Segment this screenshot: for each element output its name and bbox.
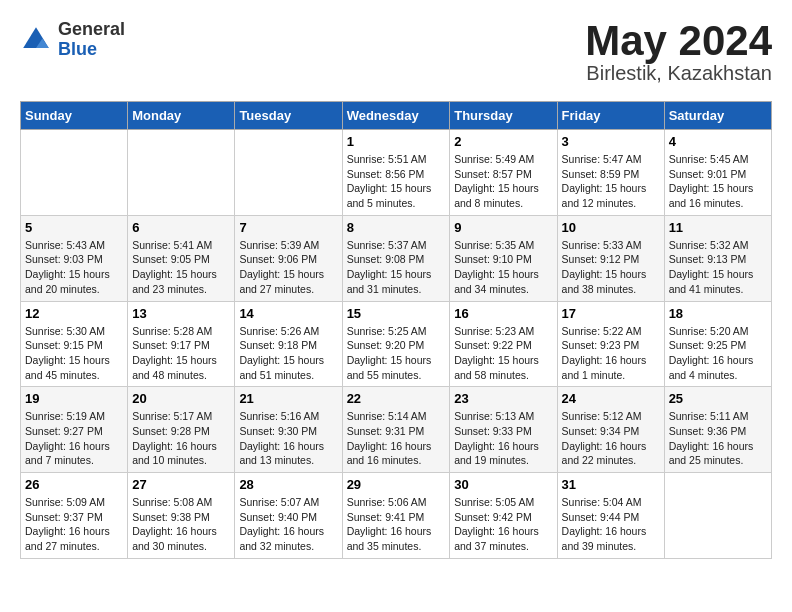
calendar-cell: 8Sunrise: 5:37 AM Sunset: 9:08 PM Daylig…: [342, 215, 450, 301]
col-header-sunday: Sunday: [21, 102, 128, 130]
week-row-4: 19Sunrise: 5:19 AM Sunset: 9:27 PM Dayli…: [21, 387, 772, 473]
calendar-cell: 4Sunrise: 5:45 AM Sunset: 9:01 PM Daylig…: [664, 130, 771, 216]
day-info: Sunrise: 5:47 AM Sunset: 8:59 PM Dayligh…: [562, 152, 660, 211]
col-header-friday: Friday: [557, 102, 664, 130]
calendar-cell: 15Sunrise: 5:25 AM Sunset: 9:20 PM Dayli…: [342, 301, 450, 387]
day-info: Sunrise: 5:06 AM Sunset: 9:41 PM Dayligh…: [347, 495, 446, 554]
logo: General Blue: [20, 20, 125, 60]
logo-icon: [20, 24, 52, 56]
day-number: 15: [347, 306, 446, 321]
day-info: Sunrise: 5:14 AM Sunset: 9:31 PM Dayligh…: [347, 409, 446, 468]
day-number: 16: [454, 306, 552, 321]
logo-general: General: [58, 20, 125, 40]
day-info: Sunrise: 5:09 AM Sunset: 9:37 PM Dayligh…: [25, 495, 123, 554]
week-row-5: 26Sunrise: 5:09 AM Sunset: 9:37 PM Dayli…: [21, 473, 772, 559]
calendar-cell: 1Sunrise: 5:51 AM Sunset: 8:56 PM Daylig…: [342, 130, 450, 216]
calendar-cell: 3Sunrise: 5:47 AM Sunset: 8:59 PM Daylig…: [557, 130, 664, 216]
day-info: Sunrise: 5:28 AM Sunset: 9:17 PM Dayligh…: [132, 324, 230, 383]
day-info: Sunrise: 5:11 AM Sunset: 9:36 PM Dayligh…: [669, 409, 767, 468]
calendar-cell: 12Sunrise: 5:30 AM Sunset: 9:15 PM Dayli…: [21, 301, 128, 387]
day-number: 9: [454, 220, 552, 235]
calendar-cell: 26Sunrise: 5:09 AM Sunset: 9:37 PM Dayli…: [21, 473, 128, 559]
day-number: 30: [454, 477, 552, 492]
calendar-cell: [235, 130, 342, 216]
day-number: 20: [132, 391, 230, 406]
week-row-2: 5Sunrise: 5:43 AM Sunset: 9:03 PM Daylig…: [21, 215, 772, 301]
day-info: Sunrise: 5:08 AM Sunset: 9:38 PM Dayligh…: [132, 495, 230, 554]
calendar-cell: 6Sunrise: 5:41 AM Sunset: 9:05 PM Daylig…: [128, 215, 235, 301]
col-header-wednesday: Wednesday: [342, 102, 450, 130]
day-info: Sunrise: 5:41 AM Sunset: 9:05 PM Dayligh…: [132, 238, 230, 297]
logo-blue: Blue: [58, 40, 125, 60]
calendar-cell: 7Sunrise: 5:39 AM Sunset: 9:06 PM Daylig…: [235, 215, 342, 301]
week-row-1: 1Sunrise: 5:51 AM Sunset: 8:56 PM Daylig…: [21, 130, 772, 216]
day-info: Sunrise: 5:49 AM Sunset: 8:57 PM Dayligh…: [454, 152, 552, 211]
day-info: Sunrise: 5:39 AM Sunset: 9:06 PM Dayligh…: [239, 238, 337, 297]
day-info: Sunrise: 5:05 AM Sunset: 9:42 PM Dayligh…: [454, 495, 552, 554]
calendar-cell: 16Sunrise: 5:23 AM Sunset: 9:22 PM Dayli…: [450, 301, 557, 387]
col-header-tuesday: Tuesday: [235, 102, 342, 130]
calendar-cell: 11Sunrise: 5:32 AM Sunset: 9:13 PM Dayli…: [664, 215, 771, 301]
day-number: 12: [25, 306, 123, 321]
day-number: 2: [454, 134, 552, 149]
day-info: Sunrise: 5:16 AM Sunset: 9:30 PM Dayligh…: [239, 409, 337, 468]
day-number: 29: [347, 477, 446, 492]
day-number: 27: [132, 477, 230, 492]
calendar-cell: [664, 473, 771, 559]
calendar-cell: 22Sunrise: 5:14 AM Sunset: 9:31 PM Dayli…: [342, 387, 450, 473]
header-row: SundayMondayTuesdayWednesdayThursdayFrid…: [21, 102, 772, 130]
col-header-monday: Monday: [128, 102, 235, 130]
week-row-3: 12Sunrise: 5:30 AM Sunset: 9:15 PM Dayli…: [21, 301, 772, 387]
calendar-cell: 25Sunrise: 5:11 AM Sunset: 9:36 PM Dayli…: [664, 387, 771, 473]
calendar-cell: 2Sunrise: 5:49 AM Sunset: 8:57 PM Daylig…: [450, 130, 557, 216]
day-number: 11: [669, 220, 767, 235]
day-info: Sunrise: 5:32 AM Sunset: 9:13 PM Dayligh…: [669, 238, 767, 297]
calendar-cell: [21, 130, 128, 216]
calendar-cell: 28Sunrise: 5:07 AM Sunset: 9:40 PM Dayli…: [235, 473, 342, 559]
day-number: 23: [454, 391, 552, 406]
day-number: 24: [562, 391, 660, 406]
calendar-cell: 21Sunrise: 5:16 AM Sunset: 9:30 PM Dayli…: [235, 387, 342, 473]
day-number: 13: [132, 306, 230, 321]
calendar-cell: 19Sunrise: 5:19 AM Sunset: 9:27 PM Dayli…: [21, 387, 128, 473]
day-info: Sunrise: 5:23 AM Sunset: 9:22 PM Dayligh…: [454, 324, 552, 383]
day-info: Sunrise: 5:35 AM Sunset: 9:10 PM Dayligh…: [454, 238, 552, 297]
calendar-cell: 10Sunrise: 5:33 AM Sunset: 9:12 PM Dayli…: [557, 215, 664, 301]
day-info: Sunrise: 5:30 AM Sunset: 9:15 PM Dayligh…: [25, 324, 123, 383]
day-info: Sunrise: 5:20 AM Sunset: 9:25 PM Dayligh…: [669, 324, 767, 383]
day-info: Sunrise: 5:26 AM Sunset: 9:18 PM Dayligh…: [239, 324, 337, 383]
day-number: 5: [25, 220, 123, 235]
month-title: May 2024: [585, 20, 772, 62]
location-title: Birlestik, Kazakhstan: [585, 62, 772, 85]
day-info: Sunrise: 5:12 AM Sunset: 9:34 PM Dayligh…: [562, 409, 660, 468]
day-number: 4: [669, 134, 767, 149]
day-number: 1: [347, 134, 446, 149]
day-info: Sunrise: 5:07 AM Sunset: 9:40 PM Dayligh…: [239, 495, 337, 554]
calendar-cell: 14Sunrise: 5:26 AM Sunset: 9:18 PM Dayli…: [235, 301, 342, 387]
day-number: 22: [347, 391, 446, 406]
col-header-thursday: Thursday: [450, 102, 557, 130]
day-number: 8: [347, 220, 446, 235]
day-number: 17: [562, 306, 660, 321]
day-number: 21: [239, 391, 337, 406]
day-number: 6: [132, 220, 230, 235]
col-header-saturday: Saturday: [664, 102, 771, 130]
day-info: Sunrise: 5:45 AM Sunset: 9:01 PM Dayligh…: [669, 152, 767, 211]
calendar-cell: 31Sunrise: 5:04 AM Sunset: 9:44 PM Dayli…: [557, 473, 664, 559]
day-number: 18: [669, 306, 767, 321]
day-number: 31: [562, 477, 660, 492]
calendar-cell: 18Sunrise: 5:20 AM Sunset: 9:25 PM Dayli…: [664, 301, 771, 387]
day-number: 25: [669, 391, 767, 406]
calendar-cell: 5Sunrise: 5:43 AM Sunset: 9:03 PM Daylig…: [21, 215, 128, 301]
calendar-cell: 20Sunrise: 5:17 AM Sunset: 9:28 PM Dayli…: [128, 387, 235, 473]
day-info: Sunrise: 5:17 AM Sunset: 9:28 PM Dayligh…: [132, 409, 230, 468]
title-section: May 2024 Birlestik, Kazakhstan: [585, 20, 772, 85]
day-info: Sunrise: 5:22 AM Sunset: 9:23 PM Dayligh…: [562, 324, 660, 383]
calendar-cell: 30Sunrise: 5:05 AM Sunset: 9:42 PM Dayli…: [450, 473, 557, 559]
calendar-cell: 29Sunrise: 5:06 AM Sunset: 9:41 PM Dayli…: [342, 473, 450, 559]
calendar-cell: 9Sunrise: 5:35 AM Sunset: 9:10 PM Daylig…: [450, 215, 557, 301]
calendar-cell: 13Sunrise: 5:28 AM Sunset: 9:17 PM Dayli…: [128, 301, 235, 387]
day-info: Sunrise: 5:13 AM Sunset: 9:33 PM Dayligh…: [454, 409, 552, 468]
day-info: Sunrise: 5:37 AM Sunset: 9:08 PM Dayligh…: [347, 238, 446, 297]
day-info: Sunrise: 5:25 AM Sunset: 9:20 PM Dayligh…: [347, 324, 446, 383]
